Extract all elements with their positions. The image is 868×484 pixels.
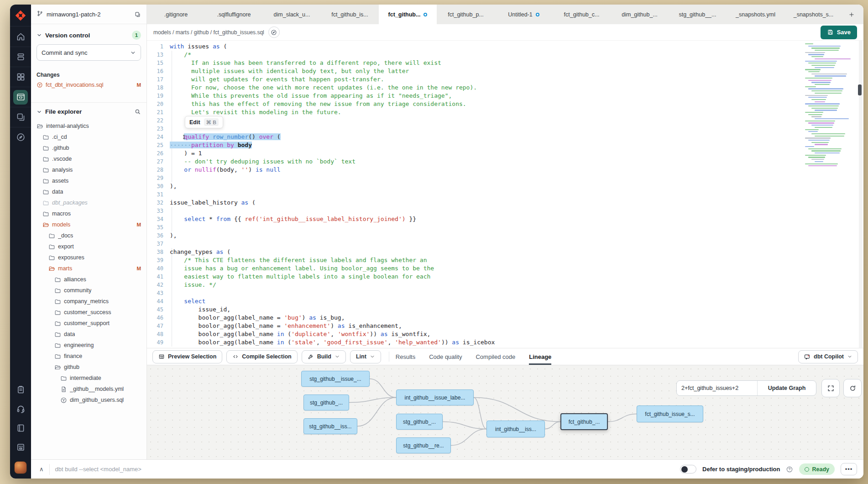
lint-button[interactable]: Lint [350,350,381,363]
code-line[interactable]: 22 [147,116,863,125]
panel-tab-code-quality[interactable]: Code quality [429,348,462,365]
code-line[interactable]: 21 Let's revisit this modeling in the fu… [147,108,863,116]
code-line[interactable]: 48 boolor_agg(label_name in ('duplicate'… [147,330,863,338]
build-button[interactable]: Build [302,350,346,363]
git-branch-row[interactable]: mirnawong1-patch-2 [31,5,146,24]
file-tree-item[interactable]: martsM [31,263,146,274]
changed-file-item[interactable]: fct_dbt_invocations.sqlM [31,80,146,89]
lineage-panel[interactable]: stg_github__issue_...stg_github_...stg_g… [147,365,863,459]
lineage-node[interactable]: stg_github__iss... [303,418,357,434]
lineage-node[interactable]: stg_github_... [396,414,443,430]
dbt-logo[interactable] [10,5,31,26]
file-tree-item[interactable]: finance [31,351,146,362]
editor-tab[interactable]: dim_github_... [611,5,669,24]
editor-tab[interactable]: fct_github_is... [321,5,379,24]
panel-tab-lineage[interactable]: Lineage [529,348,551,365]
file-tree-item[interactable]: dim_github_users.sql [31,395,146,405]
preview-selection-button[interactable]: Preview Selection [152,350,222,363]
lineage-node[interactable]: int_github__issue_labe... [396,389,474,405]
more-menu-button[interactable]: ••• [841,463,857,475]
file-tree-item[interactable]: data [31,186,146,197]
file-tree-item[interactable]: .ci_cd [31,132,146,142]
code-line[interactable]: 42 issue. */ [147,281,863,289]
file-tree-item[interactable]: _github__models.yml [31,384,146,395]
version-control-header[interactable]: Version control 1 [31,24,146,43]
code-line[interactable]: 23 [147,125,863,133]
code-line[interactable]: 28 or nullif(body, '') is null [147,166,863,174]
code-line[interactable]: 32issue_label_history as ( [147,199,863,207]
code-line[interactable]: 41 easiest way to flatten multiple label… [147,273,863,281]
file-tree-item[interactable]: modelsM [31,219,146,230]
code-line[interactable]: 44 select [147,297,863,305]
user-avatar[interactable] [14,461,27,474]
fullscreen-button[interactable] [821,379,840,397]
file-tree-item[interactable]: customer_success [31,307,146,318]
search-icon[interactable] [134,108,141,115]
editor-tab[interactable]: stg_github__... [669,5,727,24]
editor-tab[interactable]: .gitignore [147,5,205,24]
file-tree-item[interactable]: dbt_packages [31,197,146,208]
new-tab-button[interactable] [842,5,861,24]
panel-tab-results[interactable]: Results [396,348,415,365]
code-line[interactable]: 26 ) = 1 [147,149,863,158]
code-line[interactable]: 36), [147,231,863,240]
code-editor[interactable]: 1with issues as (13 /*15 If an issue has… [147,41,863,348]
copy-branch-icon[interactable] [134,11,141,18]
lineage-node[interactable]: fct_github_issue_s... [637,405,703,422]
code-line[interactable]: 33 [147,207,863,215]
command-input[interactable]: dbt build --select <model_name> [55,466,141,473]
file-tree-item[interactable]: export [31,241,146,252]
editor-tab[interactable]: Untitled-1 [495,5,553,24]
code-line[interactable]: 15 If an issue has been transferred to a… [147,59,863,67]
code-line[interactable]: 13 /* [147,51,863,59]
rail-item-grid[interactable] [10,67,31,87]
file-tree-item[interactable]: _docs [31,230,146,241]
editor-tab[interactable]: fct_github_c... [553,5,611,24]
edit-tooltip[interactable]: Edit ⌘ B [185,116,223,128]
lineage-node[interactable]: stg_github__re... [396,437,451,453]
file-tree-item[interactable]: exposures [31,252,146,263]
code-line[interactable]: 27 -- don't try deduping issues with no … [147,158,863,166]
code-line[interactable]: 45 issue_id, [147,305,863,314]
code-line[interactable]: 34 select * from {{ ref('int_github__iss… [147,215,863,223]
file-tree-item[interactable]: company_metrics [31,296,146,307]
code-line[interactable]: 18 For now, choose the one with more rec… [147,84,863,92]
code-line[interactable]: 1with issues as ( [147,42,863,51]
file-tree-item[interactable]: github [31,362,146,373]
file-tree-item[interactable]: assets [31,175,146,186]
code-line[interactable]: 31 [147,190,863,199]
file-tree-item[interactable]: .github [31,142,146,153]
file-tree-item[interactable]: internal-analytics [31,121,146,132]
code-line[interactable]: 24 qualify row_number() over ( [147,133,863,141]
editor-tab[interactable]: fct_github_p... [437,5,495,24]
file-tree-item[interactable]: alliances [31,274,146,285]
code-line[interactable]: 29 [147,174,863,182]
code-line[interactable]: 38change_types as ( [147,248,863,256]
panel-tab-compiled-code[interactable]: Compiled code [476,348,515,365]
defer-toggle[interactable] [680,465,696,473]
help-icon[interactable] [786,466,793,473]
lineage-node[interactable]: int_github__iss... [486,421,545,437]
code-line[interactable]: 43 [147,289,863,297]
lineage-selector-input[interactable]: 2+fct_github_issues+2 [677,381,758,395]
code-line[interactable]: 20 this has the effect of removing the n… [147,100,863,108]
refresh-button[interactable] [843,379,862,397]
status-badge[interactable]: Ready [799,463,835,475]
rail-item-stack[interactable] [10,47,31,67]
file-tree-item[interactable]: intermediate [31,373,146,384]
explore-icon[interactable] [268,26,280,38]
rail-item-terminal[interactable] [10,437,31,457]
editor-tab[interactable]: fct_github... [379,5,437,24]
file-explorer-header[interactable]: File explorer [31,103,146,119]
lineage-node[interactable]: stg_github_... [303,395,349,410]
rail-item-home[interactable] [10,26,31,47]
editor-tab[interactable]: dim_slack_u... [263,5,321,24]
rail-item-windows[interactable] [10,107,31,127]
update-graph-button[interactable]: Update Graph [758,381,816,395]
rail-item-code-editor[interactable] [10,87,31,107]
file-tree-item[interactable]: community [31,285,146,296]
save-button[interactable]: Save [821,26,857,39]
code-line[interactable]: 25······partition by body [147,141,863,149]
code-line[interactable]: 30), [147,182,863,190]
file-tree-item[interactable]: macros [31,208,146,219]
